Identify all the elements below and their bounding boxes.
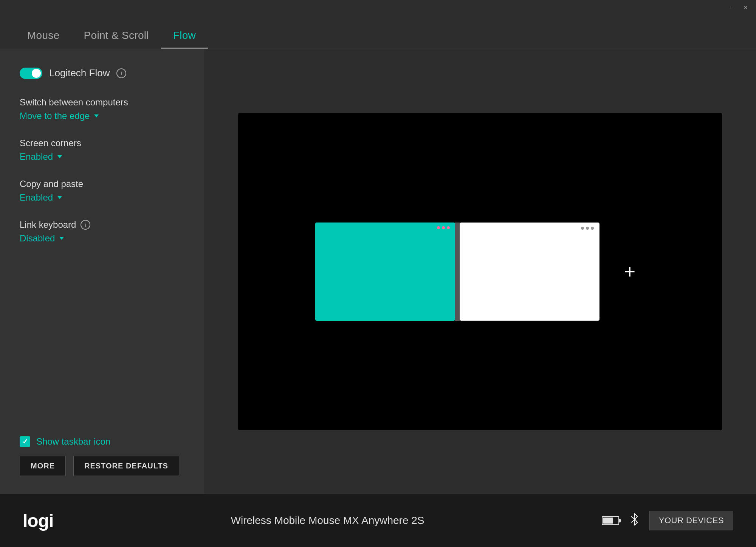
add-monitor-button[interactable]: + [615, 257, 645, 287]
device-name: Wireless Mobile Mouse MX Anywhere 2S [53, 515, 601, 527]
sidebar: Logitech Flow i Switch between computers… [0, 49, 204, 494]
flow-visualization: + [238, 113, 722, 430]
switch-computers-title: Switch between computers [20, 97, 184, 108]
flow-toggle-row: Logitech Flow i [20, 67, 184, 79]
link-keyboard-value[interactable]: Disabled [20, 233, 184, 244]
logi-logo: logi [23, 510, 53, 531]
monitors-container: + [315, 223, 645, 321]
flow-info-icon[interactable]: i [116, 68, 126, 78]
more-button[interactable]: MORE [20, 456, 66, 476]
footer: logi Wireless Mobile Mouse MX Anywhere 2… [0, 494, 756, 547]
tab-point-scroll[interactable]: Point & Scroll [72, 23, 161, 49]
battery-body [602, 516, 619, 525]
battery-icon [602, 516, 619, 525]
screen-corners-title: Screen corners [20, 138, 184, 148]
main-content: Logitech Flow i Switch between computers… [0, 49, 756, 494]
dot-pink-3 [447, 226, 450, 229]
link-keyboard-section: Link keyboard i Disabled [20, 219, 184, 244]
dot-gray-3 [591, 227, 594, 230]
bluetooth-icon [630, 513, 639, 528]
link-keyboard-chevron [59, 237, 64, 240]
sidebar-bottom: Show taskbar icon MORE RESTORE DEFAULTS [20, 436, 184, 476]
copy-paste-section: Copy and paste Enabled [20, 179, 184, 203]
screen-corners-value[interactable]: Enabled [20, 151, 184, 162]
footer-right: YOUR DEVICES [602, 511, 733, 530]
copy-paste-chevron [57, 196, 62, 199]
copy-paste-value[interactable]: Enabled [20, 192, 184, 203]
monitor-divider [455, 223, 460, 321]
screen-corners-chevron [57, 155, 62, 158]
switch-computers-section: Switch between computers Move to the edg… [20, 97, 184, 121]
screen-corners-section: Screen corners Enabled [20, 138, 184, 162]
battery-fill [603, 518, 613, 524]
monitor-white-dots [581, 227, 594, 230]
monitor-white [460, 223, 600, 321]
dot-gray-2 [586, 227, 589, 230]
monitor-cyan-dots [437, 226, 450, 229]
tab-mouse[interactable]: Mouse [15, 23, 72, 49]
taskbar-icon-row: Show taskbar icon [20, 436, 184, 447]
link-keyboard-title: Link keyboard i [20, 219, 184, 230]
tab-bar: Mouse Point & Scroll Flow [0, 15, 756, 49]
switch-computers-chevron [94, 114, 99, 117]
your-devices-button[interactable]: YOUR DEVICES [649, 511, 733, 530]
copy-paste-title: Copy and paste [20, 179, 184, 189]
tab-flow[interactable]: Flow [161, 23, 208, 49]
switch-computers-value[interactable]: Move to the edge [20, 111, 184, 121]
taskbar-icon-label[interactable]: Show taskbar icon [36, 436, 110, 447]
monitor-cyan [315, 223, 455, 321]
flow-toggle-label: Logitech Flow [49, 67, 110, 79]
minimize-button[interactable]: – [729, 3, 737, 12]
restore-defaults-button[interactable]: RESTORE DEFAULTS [73, 456, 179, 476]
taskbar-icon-checkbox[interactable] [20, 436, 30, 447]
dot-gray-1 [581, 227, 584, 230]
title-bar: – ✕ [0, 0, 756, 15]
flow-toggle[interactable] [20, 68, 42, 79]
button-row: MORE RESTORE DEFAULTS [20, 456, 184, 476]
dot-pink-1 [437, 226, 440, 229]
close-button[interactable]: ✕ [742, 3, 750, 12]
right-panel: + [204, 49, 756, 494]
dot-pink-2 [442, 226, 445, 229]
link-keyboard-info-icon[interactable]: i [81, 220, 90, 230]
